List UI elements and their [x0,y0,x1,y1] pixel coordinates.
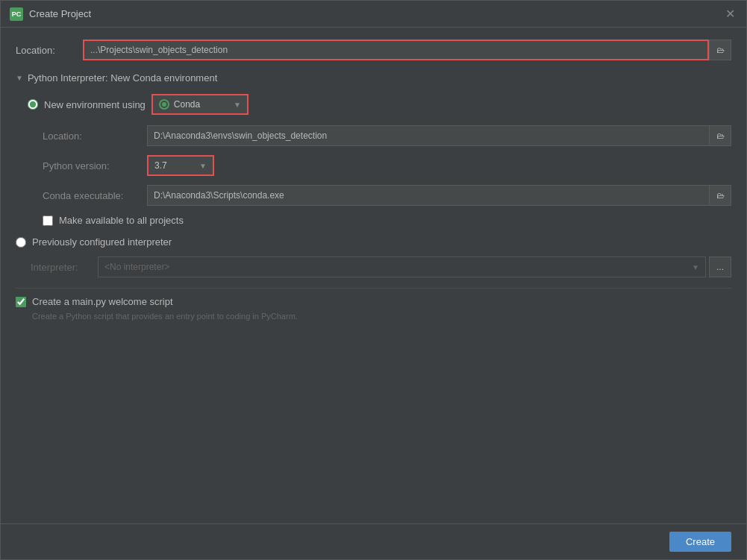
conda-circle-inner [162,102,166,107]
top-location-label: Location: [16,45,83,56]
interpreter-section-header: ▼ Python Interpreter: New Conda environm… [16,72,731,84]
previously-configured-row: Previously configured interpreter [16,236,731,248]
conda-dropdown-arrow-icon: ▼ [234,101,241,109]
interpreter-select-row: Interpreter: <No interpreter> ▼ ... [16,257,731,277]
interpreter-dropdown-arrow-icon: ▼ [692,263,699,271]
separator [16,288,731,289]
pycharm-icon: PC [10,7,23,21]
folder-icon: 🗁 [716,45,725,54]
welcome-script-checkbox[interactable] [16,297,26,307]
conda-option-label: Conda [174,99,229,110]
dialog-content: Location: 🗁 ▼ Python Interpreter: New Co… [1,28,746,523]
conda-executable-row: Conda executable: 🗁 [28,185,731,206]
conda-executable-field-wrapper: 🗁 [147,185,731,206]
make-available-label: Make available to all projects [59,215,184,226]
top-location-field-wrapper: 🗁 [83,40,731,60]
python-version-value: 3.7 [154,160,195,171]
new-env-radio[interactable] [28,99,38,110]
env-location-field-wrapper: 🗁 [147,125,731,146]
python-version-dropdown-arrow-icon: ▼ [199,162,207,170]
conda-circle-icon [159,99,169,110]
top-location-input[interactable] [83,40,709,60]
interpreter-select-wrapper[interactable]: <No interpreter> ▼ [98,257,706,277]
welcome-script-label: Create a main.py welcome script [32,296,173,307]
title-bar: PC Create Project ✕ [1,1,746,28]
title-bar-left: PC Create Project [10,7,91,21]
python-version-dropdown[interactable]: 3.7 ▼ [147,155,214,176]
create-project-dialog: PC Create Project ✕ Location: 🗁 ▼ Python… [0,0,747,560]
welcome-script-checkbox-row: Create a main.py welcome script [16,296,731,307]
python-version-row: Python version: 3.7 ▼ [28,155,731,176]
conda-executable-label: Conda executable: [43,190,147,201]
welcome-script-helper: Create a Python script that provides an … [16,312,731,321]
previously-configured-label: Previously configured interpreter [32,236,172,248]
interpreter-select-value: <No interpreter> [104,262,692,272]
conda-executable-input[interactable] [147,185,709,206]
env-location-folder-button[interactable]: 🗁 [709,125,731,146]
interpreter-section-label: Python Interpreter: New Conda environmen… [28,72,217,84]
make-available-row: Make available to all projects [28,215,731,226]
interpreter-field-label: Interpreter: [31,262,98,273]
conda-executable-folder-button[interactable]: 🗁 [709,185,731,206]
env-location-input[interactable] [147,125,709,146]
previously-configured-radio[interactable] [16,237,26,248]
close-button[interactable]: ✕ [722,7,737,22]
make-available-checkbox[interactable] [43,215,53,226]
conda-dropdown-wrapper[interactable]: Conda ▼ [151,94,249,115]
chevron-down-icon: ▼ [16,74,23,82]
interpreter-section-body: New environment using Conda ▼ Location: … [16,94,731,226]
new-env-label: New environment using [44,99,146,110]
create-button[interactable]: Create [669,532,731,552]
dialog-title: Create Project [29,8,91,19]
interpreter-dots-button[interactable]: ... [709,257,731,277]
dialog-footer: Create [1,523,746,559]
env-location-row: Location: 🗁 [28,125,731,146]
python-version-label: Python version: [43,160,147,172]
folder-icon: 🗁 [716,131,725,140]
top-location-folder-button[interactable]: 🗁 [709,40,731,60]
env-location-label: Location: [43,130,147,142]
new-env-radio-row: New environment using Conda ▼ [28,94,731,115]
folder-icon: 🗁 [716,191,725,200]
top-location-row: Location: 🗁 [16,40,731,60]
